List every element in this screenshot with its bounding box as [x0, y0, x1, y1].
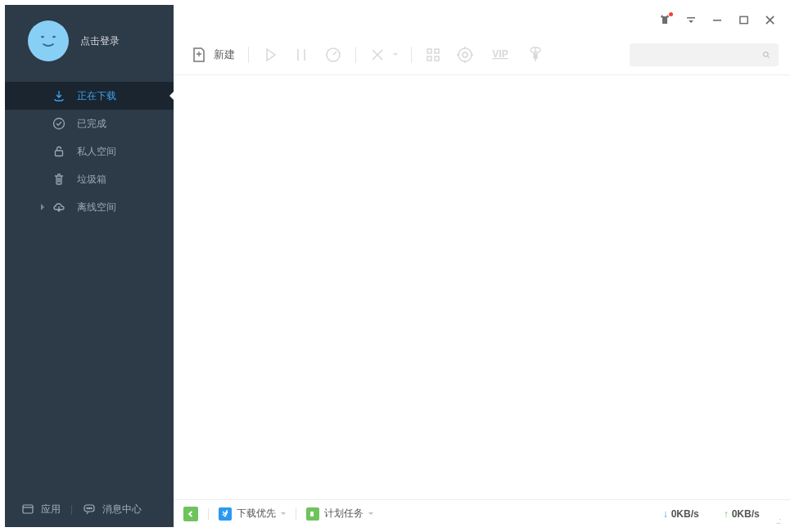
svg-point-18: [463, 52, 468, 57]
minimize-button[interactable]: [711, 14, 723, 25]
qrcode-icon: [425, 47, 441, 63]
nav-list: 正在下载 已完成 私人空间 垃圾箱: [5, 82, 174, 221]
schedule-icon: [306, 507, 319, 521]
new-task-label: 新建: [214, 47, 235, 62]
priority-label: 下载优先: [237, 507, 276, 521]
schedule-button[interactable]: 计划任务: [306, 507, 373, 521]
download-speed: ↓ 0KB/s: [663, 508, 699, 520]
pause-icon: [293, 47, 309, 63]
svg-text:¥: ¥: [532, 52, 538, 61]
nav-item-label: 离线空间: [77, 201, 116, 214]
chevron-left-icon: [187, 510, 195, 518]
chevron-down-icon: [368, 512, 373, 517]
close-button[interactable]: [764, 14, 775, 25]
nav-item-private[interactable]: 私人空间: [5, 138, 174, 165]
svg-rect-9: [687, 17, 695, 19]
separator: [208, 508, 209, 520]
app-window: 点击登录 正在下载 已完成 私人空间: [0, 0, 795, 532]
close-icon: [765, 15, 775, 25]
apps-button[interactable]: 应用: [21, 503, 61, 516]
svg-rect-4: [23, 505, 33, 513]
schedule-label: 计划任务: [324, 507, 364, 521]
face-icon: [34, 26, 63, 56]
menu-button[interactable]: [685, 14, 697, 25]
trash-icon: [52, 173, 65, 186]
nav-item-downloading[interactable]: 正在下载: [5, 82, 174, 110]
play-icon: [262, 47, 278, 63]
download-priority-button[interactable]: 下载优先: [219, 507, 286, 521]
svg-text:VIP: VIP: [492, 48, 508, 60]
coin-icon: ¥: [526, 46, 544, 64]
speed-limit-button[interactable]: [319, 41, 347, 69]
search-icon: [762, 48, 770, 61]
delete-icon: [369, 47, 386, 63]
separator: [411, 47, 412, 63]
lock-icon: [52, 145, 65, 158]
coin-button[interactable]: ¥: [522, 41, 549, 69]
maximize-button[interactable]: [738, 14, 749, 25]
svg-point-0: [41, 36, 44, 38]
settings-button[interactable]: [451, 41, 479, 69]
skin-button[interactable]: [659, 14, 671, 25]
chevron-down-icon: [281, 512, 286, 517]
up-arrow-icon: ↑: [724, 508, 729, 520]
svg-point-17: [458, 48, 472, 61]
start-button[interactable]: [257, 41, 283, 69]
svg-point-21: [764, 52, 769, 56]
svg-rect-3: [56, 151, 63, 156]
gauge-icon: [324, 46, 342, 64]
content-area: [174, 75, 790, 499]
notification-dot: [669, 12, 673, 16]
cloud-icon: [52, 201, 65, 214]
statusbar: 下载优先 计划任务 ↓ 0KB/s ↑ 0KB/s ..:: [174, 499, 790, 527]
pause-button[interactable]: [288, 41, 314, 69]
download-speed-value: 0KB/s: [671, 508, 699, 520]
apps-icon: [21, 503, 34, 516]
apps-label: 应用: [41, 503, 61, 516]
separator: [248, 47, 249, 63]
vip-icon: VIP: [489, 46, 512, 64]
priority-icon: [219, 507, 232, 521]
messages-button[interactable]: 消息中心: [83, 503, 142, 516]
svg-rect-13: [427, 49, 431, 53]
titlebar: [174, 5, 790, 34]
gear-icon: [456, 46, 474, 64]
login-button[interactable]: 点击登录: [80, 34, 120, 48]
toolbar: 新建 VIP: [174, 34, 790, 75]
minimize-icon: [711, 14, 723, 25]
search-input[interactable]: [639, 49, 762, 61]
nav-item-label: 正在下载: [77, 89, 116, 103]
nav-item-label: 已完成: [77, 117, 106, 131]
chevron-down-icon: [393, 53, 398, 58]
separator: |: [70, 503, 73, 515]
svg-rect-14: [435, 49, 439, 53]
sidebar-header: 点击登录: [5, 5, 174, 77]
maximize-icon: [739, 15, 749, 25]
download-icon: [52, 89, 65, 102]
svg-rect-22: [310, 512, 314, 516]
svg-rect-15: [427, 56, 431, 61]
nav-item-label: 私人空间: [77, 145, 116, 159]
sidebar-footer: 应用 | 消息中心: [5, 491, 174, 527]
nav-item-completed[interactable]: 已完成: [5, 110, 174, 138]
svg-rect-16: [435, 56, 439, 61]
svg-rect-11: [739, 16, 747, 23]
resize-grip[interactable]: ..:: [776, 516, 780, 525]
search-box[interactable]: [630, 43, 779, 66]
qrcode-button[interactable]: [420, 41, 446, 69]
avatar[interactable]: [28, 20, 69, 61]
nav-item-trash[interactable]: 垃圾箱: [5, 165, 174, 193]
upload-speed: ↑ 0KB/s: [724, 508, 760, 520]
messages-icon: [83, 503, 96, 516]
separator: [355, 47, 356, 63]
sidebar: 点击登录 正在下载 已完成 私人空间: [5, 5, 174, 527]
new-task-button[interactable]: 新建: [185, 41, 240, 69]
down-arrow-icon: ↓: [663, 508, 668, 520]
vip-button[interactable]: VIP: [484, 41, 517, 69]
new-file-icon: [190, 46, 208, 64]
expand-toggle[interactable]: [183, 507, 198, 521]
svg-point-1: [52, 36, 56, 38]
nav-item-offline[interactable]: 离线空间: [5, 193, 174, 221]
svg-point-2: [54, 119, 65, 129]
delete-button[interactable]: [364, 41, 403, 69]
